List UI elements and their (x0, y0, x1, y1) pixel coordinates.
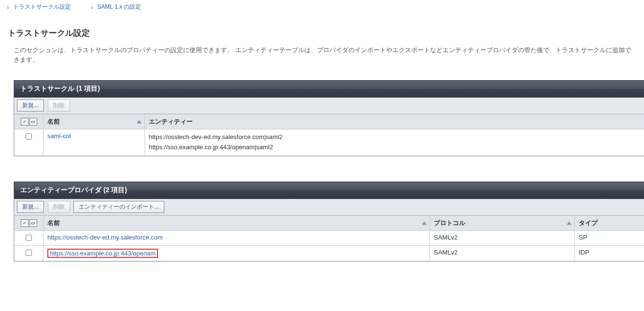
sort-asc-icon (567, 221, 572, 225)
entityprovider-name-link[interactable]: https://osstech-dev-ed.my.salesforce.com (47, 234, 163, 241)
row-checkbox[interactable] (26, 250, 32, 256)
trustcircle-action-bar: 新規... 削除 (14, 98, 644, 114)
entityprovider-type-cell: IDP (575, 245, 644, 261)
entityprovider-panel: エンティティープロバイダ (2 項目) 新規... 削除 エンティティーのインポ… (14, 182, 644, 262)
table-row: saml-cot https://osstech-dev-ed.my.sales… (14, 129, 644, 156)
jump-icon: ⇣ (90, 4, 94, 10)
sort-asc-icon (422, 221, 427, 225)
entityprovider-import-button[interactable]: エンティティーのインポート... (73, 201, 164, 213)
highlight-box: https://sso.example.co.jp:443/openam (47, 249, 158, 258)
entityprovider-action-bar: 新規... 削除 エンティティーのインポート... (14, 199, 644, 215)
anchor-trustcircle[interactable]: ⇣ トラストサークル設定 (6, 3, 71, 11)
entityprovider-col-protocol[interactable]: プロトコル (430, 215, 575, 230)
entityprovider-table: ✓▭ 名前 プロトコル タイプ https://osstech-dev-ed.m… (14, 215, 644, 261)
trustcircle-name-link[interactable]: saml-cot (47, 132, 71, 140)
col-name-label: 名前 (47, 219, 60, 226)
anchor-trustcircle-label: トラストサークル設定 (13, 3, 71, 11)
trustcircle-panel-header: トラストサークル (1 項目) (14, 80, 644, 98)
trustcircle-new-button[interactable]: 新規... (17, 99, 44, 112)
trustcircle-col-name[interactable]: 名前 (43, 114, 145, 129)
select-all-icon[interactable]: ✓ (21, 118, 29, 126)
table-row: https://osstech-dev-ed.my.salesforce.com… (14, 230, 644, 245)
entityprovider-panel-header: エンティティープロバイダ (2 項目) (14, 182, 644, 199)
page-title: トラストサークル設定 (8, 28, 644, 39)
entityprovider-delete-button[interactable]: 削除 (48, 201, 70, 213)
select-all-icon[interactable]: ✓ (21, 219, 29, 227)
anchor-saml[interactable]: ⇣ SAML 1.x の設定 (90, 3, 141, 11)
select-tools-header: ✓▭ (14, 215, 43, 230)
col-name-label: 名前 (47, 118, 60, 125)
trustcircle-col-entity[interactable]: エンティティー (145, 114, 644, 129)
col-type-label: タイプ (579, 219, 598, 226)
deselect-all-icon[interactable]: ▭ (29, 118, 37, 126)
table-row: https://sso.example.co.jp:443/openam SAM… (14, 245, 644, 261)
entityprovider-name-link[interactable]: https://sso.example.co.jp:443/openam (50, 250, 156, 257)
trustcircle-panel: トラストサークル (1 項目) 新規... 削除 ✓▭ 名前 エンティティー (14, 80, 644, 156)
col-entity-label: エンティティー (149, 118, 193, 125)
select-tools-header: ✓▭ (14, 114, 43, 129)
entityprovider-new-button[interactable]: 新規... (17, 201, 44, 213)
deselect-all-icon[interactable]: ▭ (29, 219, 37, 227)
entity-line: https://sso.example.co.jp:443/openam|sam… (149, 142, 640, 153)
row-checkbox[interactable] (26, 133, 32, 140)
entityprovider-protocol-cell: SAMLv2 (430, 245, 575, 261)
jump-icon: ⇣ (6, 4, 10, 10)
row-checkbox[interactable] (26, 235, 32, 241)
sort-asc-icon (137, 120, 142, 124)
trustcircle-table: ✓▭ 名前 エンティティー saml-cot https://osstech-d… (14, 114, 644, 156)
entity-line: https://osstech-dev-ed.my.salesforce.com… (149, 132, 640, 142)
anchor-saml-label: SAML 1.x の設定 (97, 3, 141, 11)
entityprovider-type-cell: SP (575, 230, 644, 245)
entityprovider-protocol-cell: SAMLv2 (430, 230, 575, 245)
entityprovider-col-type[interactable]: タイプ (575, 215, 644, 230)
trustcircle-delete-button[interactable]: 削除 (48, 99, 70, 112)
col-protocol-label: プロトコル (434, 219, 465, 226)
page-description: このセクションは、トラストサークルのプロパティーの設定に使用できます。 エンティ… (14, 45, 637, 65)
entityprovider-col-name[interactable]: 名前 (43, 215, 430, 230)
trustcircle-entities-cell: https://osstech-dev-ed.my.salesforce.com… (145, 129, 644, 156)
anchor-link-bar: ⇣ トラストサークル設定 ⇣ SAML 1.x の設定 (0, 0, 644, 14)
